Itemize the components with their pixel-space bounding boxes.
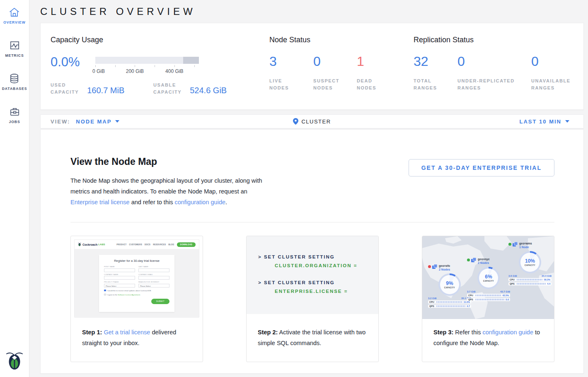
sql-setting: CLUSTER.ORGANIZATION = bbox=[275, 263, 378, 268]
capacity-usage-title: Capacity Usage bbox=[51, 36, 269, 44]
time-range-selector[interactable]: LAST 10 MIN bbox=[409, 118, 583, 125]
step1-caption: Step 1: Get a trial license delivered st… bbox=[71, 319, 203, 356]
axis-tick-label: 400 GiB bbox=[165, 68, 183, 74]
map-pin-icon bbox=[293, 118, 298, 125]
enterprise-trial-license-link[interactable]: Enterprise trial license bbox=[70, 199, 130, 205]
sidebar-item-label: OVERVIEW bbox=[3, 20, 26, 24]
sql-command: > SET CLUSTER SETTING bbox=[258, 280, 378, 285]
sidebar-item-label: DATABASES bbox=[2, 87, 27, 91]
axis-tick-label: 200 GiB bbox=[126, 68, 144, 74]
section-heading: View the Node Map bbox=[70, 156, 409, 167]
node-map-panel: View the Node Map The Node Map shows the… bbox=[40, 129, 584, 374]
locality-badge-nyc: geo=nyc 2 Nodes 6% CAPACITY 3.7 GiB43.7 … bbox=[467, 258, 510, 301]
sidebar-item-label: METRICS bbox=[5, 53, 24, 58]
get-trial-license-link[interactable]: Get a trial license bbox=[104, 329, 150, 336]
content-area: CLUSTER OVERVIEW Capacity Usage 0.0% 0 G… bbox=[29, 0, 588, 377]
status-dot-red bbox=[428, 265, 431, 268]
live-nodes-value: 3 bbox=[269, 54, 313, 68]
capacity-usage-section: Capacity Usage 0.0% 0 GiB 200 GiB 400 Gi… bbox=[51, 36, 269, 109]
replication-status-section: Replication Status 32 TOTALRANGES 0 UNDE… bbox=[414, 36, 583, 109]
sidebar-item-jobs[interactable]: JOBS bbox=[9, 106, 20, 129]
dead-nodes-stat: 1 DEADNODES bbox=[357, 54, 376, 92]
usable-capacity-value: 524.6 GiB bbox=[190, 86, 227, 96]
nodes-icon bbox=[513, 242, 518, 247]
cockroach-labs-logo: Cockroach LABS bbox=[78, 242, 105, 247]
step1-screenshot: Cockroach LABS PRODUCT CUSTOMERS DOCS RE… bbox=[71, 236, 203, 319]
chevron-down-icon bbox=[115, 120, 119, 123]
time-range-value: LAST 10 MIN bbox=[520, 118, 561, 125]
step3-caption: Step 3: Refer this configuration guide t… bbox=[422, 319, 554, 356]
axis-tick-label: 0 GiB bbox=[92, 68, 105, 74]
cluster-summary-panel: Capacity Usage 0.0% 0 GiB 200 GiB 400 Gi… bbox=[40, 23, 584, 110]
page-title: CLUSTER OVERVIEW bbox=[40, 6, 196, 17]
capacity-axis-ticks bbox=[95, 65, 199, 68]
total-ranges-value: 32 bbox=[414, 54, 457, 68]
home-icon bbox=[9, 7, 20, 18]
status-dot-green bbox=[508, 243, 511, 246]
page-header: CLUSTER OVERVIEW bbox=[40, 0, 584, 23]
cockroach-bug-icon bbox=[6, 351, 23, 370]
mini-site-nav: PRODUCT CUSTOMERS DOCS RESOURCES BLOG DO… bbox=[114, 242, 196, 247]
node-status-section: Node Status 3 LIVENODES 0 SUSPECTNODES 1… bbox=[269, 36, 414, 109]
replication-status-title: Replication Status bbox=[414, 36, 583, 44]
sql-command: > SET CLUSTER SETTING bbox=[258, 254, 378, 259]
sql-setting: ENTERPRISE.LICENSE = bbox=[275, 289, 378, 294]
configuration-guide-link[interactable]: configuration guide bbox=[482, 329, 533, 336]
unavailable-ranges-stat: 0 UNAVAILABLERANGES bbox=[531, 54, 571, 92]
capacity-percent: 0.0% bbox=[51, 56, 95, 74]
status-dot-green bbox=[467, 259, 470, 261]
breadcrumb: CLUSTER bbox=[215, 118, 409, 125]
briefcase-icon bbox=[9, 106, 20, 117]
used-capacity-value: 160.7 MiB bbox=[87, 86, 124, 96]
capacity-bar-reserved-segment bbox=[183, 57, 199, 64]
metrics-icon bbox=[9, 40, 20, 51]
total-ranges-stat: 32 TOTALRANGES bbox=[414, 54, 457, 92]
live-nodes-stat: 3 LIVENODES bbox=[269, 54, 313, 92]
enterprise-trial-button[interactable]: GET A 30-DAY ENTERPRISE TRIAL bbox=[409, 159, 554, 176]
sidebar: OVERVIEW METRICS DATABASES JOBS bbox=[0, 0, 29, 377]
suspect-nodes-value: 0 bbox=[313, 54, 357, 68]
configuration-guide-link[interactable]: configuration guide bbox=[174, 199, 225, 205]
nodes-icon bbox=[432, 264, 437, 269]
cockroachdb-logo bbox=[6, 351, 23, 372]
view-selector[interactable]: VIEW: NODE MAP bbox=[41, 118, 215, 125]
step3-card: geo=sfo 2 Nodes 9% CAPACITY 3.2 GiB35.1 … bbox=[422, 236, 554, 362]
nodes-icon bbox=[471, 258, 476, 263]
dead-nodes-value: 1 bbox=[357, 54, 376, 68]
sidebar-item-label: JOBS bbox=[9, 120, 20, 124]
view-value: NODE MAP bbox=[76, 118, 111, 125]
unavailable-ranges-value: 0 bbox=[531, 54, 571, 68]
chevron-down-icon bbox=[565, 120, 569, 123]
sidebar-item-metrics[interactable]: METRICS bbox=[5, 40, 24, 63]
locality-badge-ams: geo=ams 1 Node 10% CAPACITY 3.6 GiB34.4 … bbox=[508, 242, 552, 285]
usable-capacity-stat: USABLE CAPACITY 524.6 GiB bbox=[153, 82, 227, 96]
sidebar-item-databases[interactable]: DATABASES bbox=[2, 73, 27, 96]
step2-caption: Step 2: Activate the trial license with … bbox=[247, 319, 378, 356]
mini-download-button: DOWNLOAD bbox=[177, 242, 196, 247]
locality-badge-sfo: geo=sfo 2 Nodes 9% CAPACITY 3.2 GiB35.1 … bbox=[428, 264, 471, 308]
view-bar: VIEW: NODE MAP CLUSTER LAST 10 MIN bbox=[40, 114, 584, 128]
capacity-bar: 0 GiB 200 GiB 400 GiB bbox=[95, 57, 199, 74]
divider bbox=[70, 222, 554, 222]
step2-card: > SET CLUSTER SETTING CLUSTER.ORGANIZATI… bbox=[246, 236, 379, 362]
section-description: The Node Map shows the geographical layo… bbox=[70, 175, 269, 208]
view-label: VIEW: bbox=[51, 118, 70, 125]
used-capacity-label: USED bbox=[51, 82, 79, 89]
usable-capacity-label: USABLE bbox=[153, 82, 181, 89]
mini-submit-button: SUBMIT bbox=[151, 299, 169, 304]
step3-node-map-preview: geo=sfo 2 Nodes 9% CAPACITY 3.2 GiB35.1 … bbox=[422, 236, 554, 319]
under-replicated-ranges-stat: 0 UNDER-REPLICATEDRANGES bbox=[457, 54, 531, 92]
breadcrumb-cluster: CLUSTER bbox=[301, 118, 331, 125]
under-replicated-ranges-value: 0 bbox=[457, 54, 531, 68]
used-capacity-stat: USED CAPACITY 160.7 MiB bbox=[51, 82, 153, 96]
suspect-nodes-stat: 0 SUSPECTNODES bbox=[313, 54, 357, 92]
step2-sql-preview: > SET CLUSTER SETTING CLUSTER.ORGANIZATI… bbox=[247, 236, 378, 319]
step1-card: Cockroach LABS PRODUCT CUSTOMERS DOCS RE… bbox=[70, 236, 203, 362]
node-status-title: Node Status bbox=[269, 36, 414, 44]
sidebar-item-overview[interactable]: OVERVIEW bbox=[3, 7, 26, 29]
cockroach-bug-icon bbox=[78, 242, 81, 247]
database-icon bbox=[9, 73, 20, 84]
trial-registration-form: Register for a 30-day trial license FIRS… bbox=[99, 255, 174, 312]
